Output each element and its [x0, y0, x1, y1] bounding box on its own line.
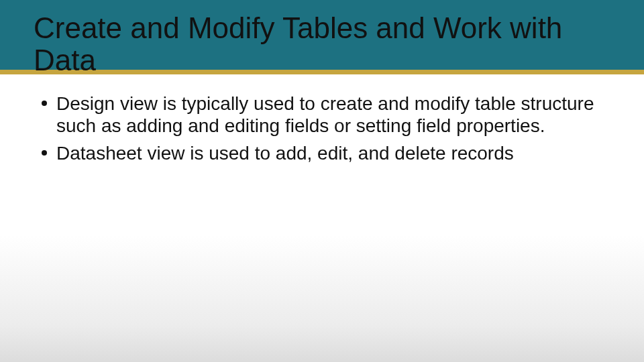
bullet-item: Datasheet view is used to add, edit, and…	[40, 142, 610, 164]
bullet-icon	[42, 150, 47, 156]
slide-title: Create and Modify Tables and Work with D…	[34, 12, 617, 77]
slide-body: Design view is typically used to create …	[40, 93, 610, 170]
bullet-text: Datasheet view is used to add, edit, and…	[56, 143, 514, 164]
slide: Create and Modify Tables and Work with D…	[0, 0, 644, 362]
bullet-text: Design view is typically used to create …	[56, 93, 594, 136]
bullet-icon	[42, 101, 47, 106]
bullet-item: Design view is typically used to create …	[40, 93, 610, 137]
